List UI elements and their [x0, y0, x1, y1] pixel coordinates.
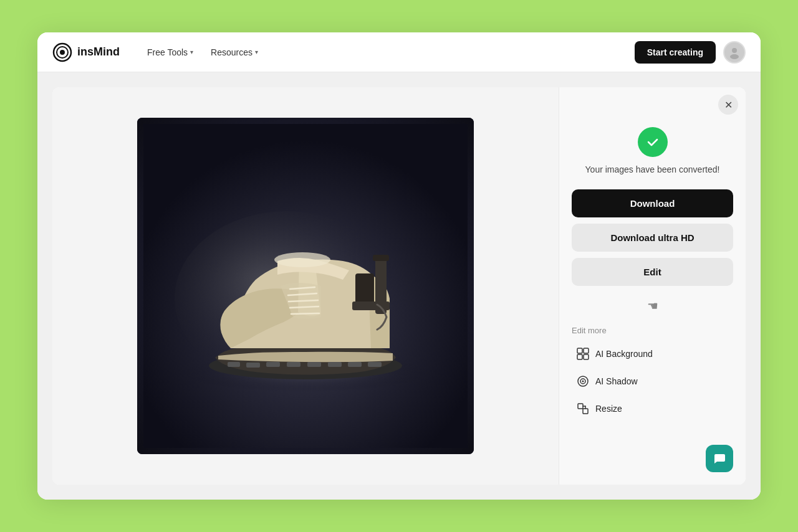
resize-label: Resize: [595, 404, 622, 414]
workspace: ✕ Your images have been converted! Downl…: [52, 87, 746, 485]
ai-background-icon: [577, 348, 589, 360]
nav-resources-label: Resources: [211, 47, 252, 57]
svg-rect-25: [348, 362, 362, 367]
success-message: Your images have been converted!: [585, 164, 720, 174]
logo-text: insMind: [77, 45, 120, 59]
edit-more-resize[interactable]: Resize: [572, 396, 733, 421]
resize-icon: [577, 402, 589, 415]
svg-rect-20: [246, 363, 260, 368]
nav-resources-chevron: ▾: [255, 49, 258, 55]
shoe-image: [137, 118, 474, 454]
ai-background-label: AI Background: [595, 349, 653, 359]
side-panel: ✕ Your images have been converted! Downl…: [559, 87, 746, 485]
edit-button[interactable]: Edit: [572, 258, 733, 286]
svg-rect-27: [577, 348, 582, 353]
download-button[interactable]: Download: [572, 189, 733, 217]
svg-rect-35: [583, 409, 588, 414]
download-hd-button[interactable]: Download ultra HD: [572, 224, 733, 252]
svg-point-2: [60, 50, 65, 55]
edit-more-section: Edit more AI Background: [572, 326, 733, 421]
svg-rect-28: [584, 348, 589, 353]
svg-point-16: [274, 252, 330, 267]
ai-shadow-icon: [577, 375, 589, 387]
shoe-illustration: [143, 124, 468, 448]
logo-icon: [52, 42, 72, 62]
svg-rect-21: [266, 362, 280, 367]
edit-more-label: Edit more: [572, 326, 733, 335]
edit-more-ai-background[interactable]: AI Background: [572, 341, 733, 366]
header-right: Start creating: [635, 41, 746, 64]
logo: insMind: [52, 42, 120, 62]
nav-resources[interactable]: Resources ▾: [203, 42, 266, 62]
chat-button[interactable]: [706, 445, 733, 472]
app-window: insMind Free Tools ▾ Resources ▾ Start c…: [37, 32, 761, 500]
avatar[interactable]: [723, 41, 746, 64]
nav: Free Tools ▾ Resources ▾: [140, 42, 615, 62]
product-image-container: [137, 118, 474, 454]
nav-free-tools[interactable]: Free Tools ▾: [140, 42, 201, 62]
success-section: Your images have been converted!: [572, 102, 733, 174]
main-content: ✕ Your images have been converted! Downl…: [37, 72, 761, 500]
image-area: [52, 87, 559, 485]
nav-free-tools-chevron: ▾: [190, 49, 193, 55]
svg-point-3: [732, 48, 737, 53]
svg-rect-26: [368, 362, 382, 367]
nav-free-tools-label: Free Tools: [147, 47, 188, 57]
drag-handle[interactable]: ☚: [572, 296, 733, 316]
svg-rect-18: [373, 255, 389, 261]
svg-point-4: [730, 54, 739, 59]
svg-rect-24: [328, 362, 342, 367]
success-icon: [638, 127, 668, 157]
close-button[interactable]: ✕: [718, 95, 738, 115]
svg-rect-22: [287, 362, 300, 367]
svg-line-13: [291, 313, 319, 314]
svg-rect-30: [584, 354, 589, 359]
start-creating-button[interactable]: Start creating: [635, 41, 716, 64]
svg-rect-14: [355, 273, 374, 305]
ai-shadow-label: AI Shadow: [595, 376, 638, 386]
edit-more-ai-shadow[interactable]: AI Shadow: [572, 369, 733, 394]
svg-rect-34: [578, 404, 583, 409]
svg-rect-23: [307, 362, 321, 367]
header: insMind Free Tools ▾ Resources ▾ Start c…: [37, 32, 761, 72]
actions-section: Download Download ultra HD Edit: [572, 189, 733, 286]
svg-point-33: [582, 381, 584, 382]
svg-rect-19: [228, 362, 240, 367]
svg-rect-29: [577, 354, 582, 359]
